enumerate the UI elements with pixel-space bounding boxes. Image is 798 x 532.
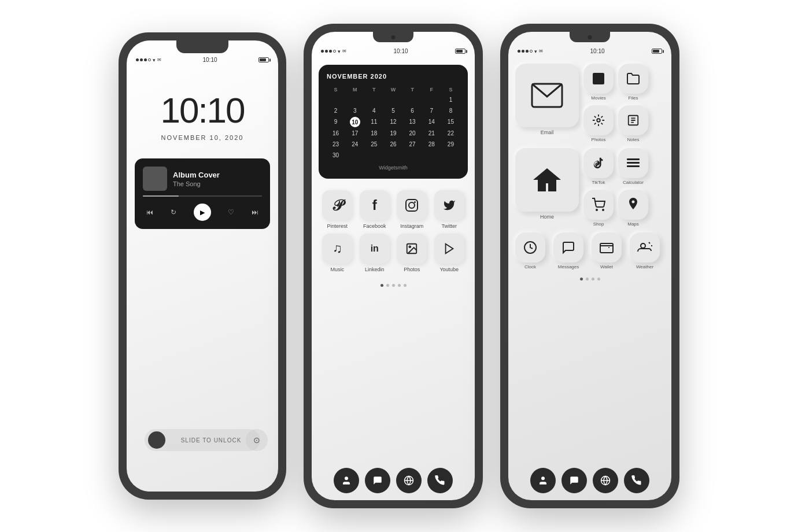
app-facebook[interactable]: f Facebook — [359, 190, 391, 229]
camera-dot-2 — [391, 35, 396, 39]
svg-marker-5 — [445, 244, 453, 254]
files-icon-box — [618, 64, 648, 94]
app-calculator[interactable]: Calculator — [618, 148, 648, 185]
dock-3-browser[interactable] — [593, 468, 618, 493]
unlock-bar[interactable]: SLIDE TO UNLOCK — [145, 429, 260, 451]
cal-header-t1: T — [365, 86, 383, 94]
calendar-today: 10 — [350, 117, 360, 127]
movies-icon-box — [583, 64, 614, 94]
signal-dot-3 — [144, 58, 147, 61]
status-time: 10:10 — [202, 57, 217, 63]
shop-label: Shop — [593, 221, 604, 227]
app-maps[interactable]: Maps — [618, 190, 648, 227]
app-home-item[interactable]: Home — [515, 148, 579, 220]
weather-icon-box — [630, 232, 660, 263]
page-dots-2 — [312, 284, 475, 287]
clock-icon-box — [515, 232, 545, 263]
battery-icon — [258, 57, 269, 62]
play-button[interactable]: ▶ — [194, 204, 211, 221]
app-shop[interactable]: Shop — [583, 190, 614, 227]
replay-button[interactable]: ↻ — [171, 208, 176, 216]
app-photos-3[interactable]: Photos — [583, 105, 614, 142]
mail-icon-2: ✉ — [342, 49, 346, 54]
app-instagram[interactable]: Instagram — [396, 190, 428, 229]
status-right — [258, 57, 269, 62]
dock-3[interactable] — [530, 468, 649, 493]
photos-icon-box — [397, 234, 427, 264]
notch-2 — [373, 32, 413, 42]
svg-point-6 — [345, 476, 348, 480]
dock-3-whatsapp[interactable] — [561, 468, 587, 493]
app-files[interactable]: Files — [618, 64, 648, 101]
svg-line-23 — [649, 242, 650, 243]
home-icon-box — [515, 148, 579, 212]
mail-icon-3: ✉ — [539, 49, 543, 54]
svg-rect-0 — [406, 200, 418, 211]
movies-label: Movies — [591, 95, 605, 101]
app-wallet[interactable]: Wallet — [592, 232, 622, 269]
notes-label: Notes — [627, 137, 640, 142]
dock-3-phone[interactable] — [624, 468, 649, 493]
messages-label: Messages — [558, 264, 579, 269]
heart-button[interactable]: ♡ — [228, 208, 234, 216]
linkedin-icon-box: in — [360, 234, 390, 264]
app-pinterest[interactable]: 𝒫 Pinterest — [321, 190, 354, 229]
lock-time: 10:10 — [127, 90, 278, 131]
svg-point-25 — [541, 476, 545, 480]
signal-dot-1 — [136, 58, 139, 61]
wifi-icon-2: ▾ — [338, 49, 341, 54]
phone-apps: ▾ ✉ 10:10 — [500, 24, 679, 508]
app-clock[interactable]: Clock — [515, 232, 545, 269]
apps-section-1: Email Movies Files — [508, 58, 671, 142]
status-right-2 — [455, 49, 466, 54]
apps-section-3: Clock Messages Wallet — [508, 227, 671, 269]
camera-button[interactable]: ⊙ — [246, 429, 268, 451]
app-tiktok[interactable]: TikTok — [583, 148, 614, 185]
status-left-3: ▾ ✉ — [518, 49, 543, 54]
app-music[interactable]: ♫ Music — [321, 234, 354, 272]
next-button[interactable]: ⏭ — [252, 208, 258, 216]
music-text: Album Cover The Song — [173, 171, 220, 187]
app-messages[interactable]: Messages — [553, 232, 583, 269]
prev-button[interactable]: ⏮ — [146, 208, 153, 216]
app-weather[interactable]: Weather — [630, 232, 660, 269]
notch — [176, 40, 228, 53]
dock-whatsapp[interactable] — [365, 468, 390, 493]
svg-point-4 — [409, 246, 411, 247]
instagram-icon-box — [397, 190, 427, 220]
svg-point-18 — [596, 209, 597, 210]
dock-2[interactable] — [334, 468, 453, 493]
music-controls[interactable]: ⏮ ↻ ▶ ♡ ⏭ — [143, 201, 262, 221]
dock-phone[interactable] — [427, 468, 453, 493]
wallet-label: Wallet — [600, 264, 613, 269]
svg-point-19 — [603, 209, 604, 210]
status-time-3: 10:10 — [590, 48, 604, 54]
cal-header-t2: T — [404, 86, 422, 94]
home-label: Home — [540, 214, 554, 220]
files-label: Files — [629, 95, 638, 101]
app-photos[interactable]: Photos — [396, 234, 428, 272]
app-youtube[interactable]: Youtube — [433, 234, 466, 272]
notes-icon-box — [618, 105, 648, 135]
dock-contacts[interactable] — [334, 468, 359, 493]
app-notes[interactable]: Notes — [618, 105, 648, 142]
svg-rect-17 — [627, 165, 640, 167]
signal-dots-3 — [518, 50, 533, 53]
apps-mid-right: TikTok Calculator — [583, 148, 648, 227]
app-twitter[interactable]: Twitter — [433, 190, 466, 229]
app-email-item[interactable]: Email — [515, 64, 579, 135]
wifi-icon: ▾ — [153, 57, 156, 63]
cal-credit: Widgetsmith — [327, 165, 460, 171]
messages-icon-box — [553, 232, 583, 263]
app-movies[interactable]: Movies — [583, 64, 614, 101]
mail-icon: ✉ — [157, 57, 161, 62]
unlock-thumb — [148, 431, 165, 449]
music-title: Album Cover — [173, 171, 220, 179]
cal-header-w: W — [384, 86, 402, 94]
linkedin-label: Linkedin — [365, 267, 385, 272]
tiktok-icon-box — [583, 148, 614, 178]
dock-3-contacts[interactable] — [530, 468, 556, 493]
app-linkedin[interactable]: in Linkedin — [359, 234, 391, 272]
wallet-icon-box — [592, 232, 622, 263]
dock-browser[interactable] — [396, 468, 422, 493]
